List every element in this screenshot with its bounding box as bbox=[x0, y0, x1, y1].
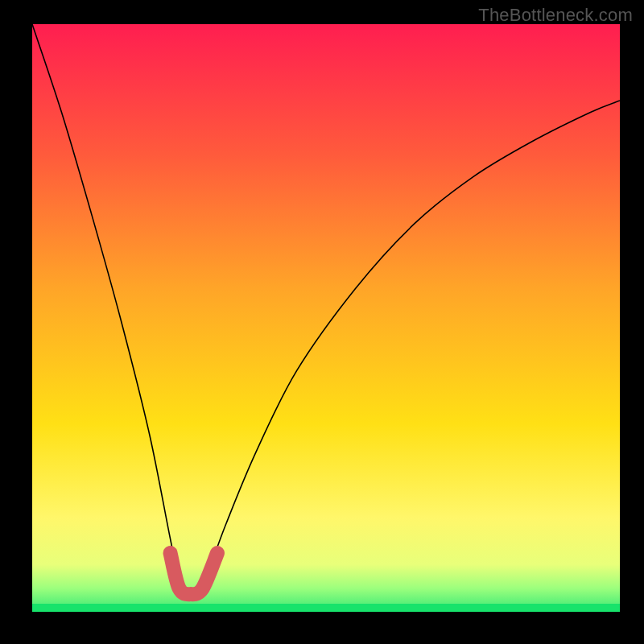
optimal-highlight-marker bbox=[171, 553, 217, 594]
curve-group bbox=[32, 24, 620, 598]
chart-plot-area bbox=[32, 24, 620, 612]
bottleneck-curve-line bbox=[32, 24, 620, 598]
baseline-green-strip bbox=[32, 604, 620, 612]
chart-svg-layer bbox=[32, 24, 620, 612]
watermark-text: TheBottleneck.com bbox=[478, 5, 633, 26]
